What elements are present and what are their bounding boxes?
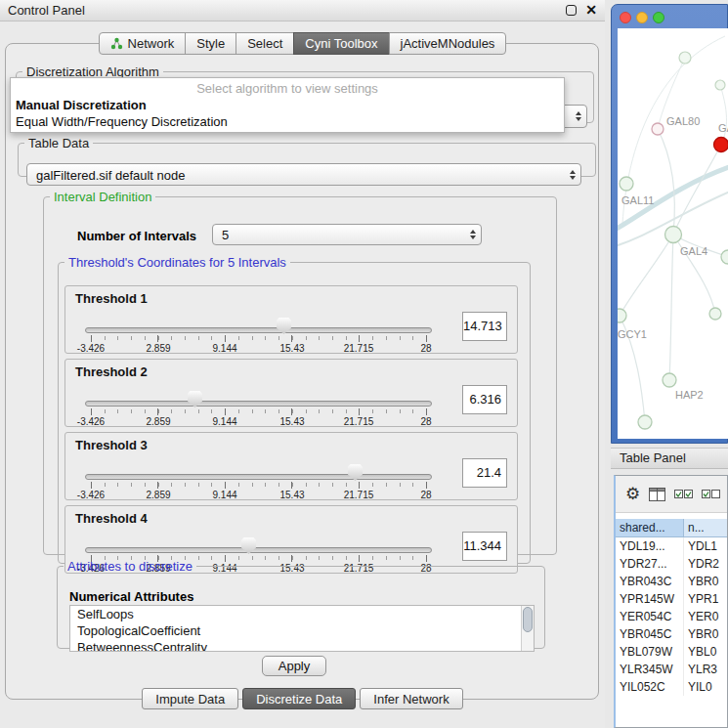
zoom-traffic-light-icon[interactable] <box>653 12 664 23</box>
slider-major-tick <box>91 482 92 489</box>
network-node-gal11[interactable] <box>620 177 633 191</box>
tab-jactivemnodules[interactable]: jActiveMNodules <box>389 32 507 55</box>
dropdown-option-manual-discretization[interactable]: Manual Discretization <box>11 97 564 113</box>
chevron-up-icon <box>470 230 476 234</box>
network-node[interactable] <box>638 415 652 429</box>
table-row[interactable]: YER054C YER0 <box>616 608 727 625</box>
threshold-1-slider[interactable]: -3.426 2.859 9.144 15.43 21.715 28 <box>85 321 437 353</box>
dropdown-hint: Select algorithm to view settings <box>11 78 564 97</box>
network-node-gal4[interactable] <box>665 227 682 243</box>
list-item[interactable]: SelfLoops <box>70 606 534 622</box>
deselect-checkboxes-icon[interactable] <box>702 490 720 499</box>
slider-major-tick <box>157 335 158 342</box>
table-cell[interactable]: YBL079W <box>616 643 684 661</box>
table-row[interactable]: YPR145W YPR1 <box>616 590 727 608</box>
tab-discretize-data[interactable]: Discretize Data <box>242 688 356 709</box>
column-header-shared[interactable]: shared... <box>616 519 684 536</box>
list-scrollbar[interactable] <box>521 606 534 651</box>
columns-icon[interactable] <box>649 488 665 501</box>
table-row[interactable]: YBR043C YBR0 <box>616 573 727 590</box>
network-node-gal80[interactable] <box>652 123 664 135</box>
tick-label: 2.859 <box>134 416 183 427</box>
network-node[interactable] <box>709 308 721 320</box>
network-node[interactable] <box>721 250 728 264</box>
tab-cyni-toolbox-label: Cyni Toolbox <box>305 36 377 51</box>
tab-infer-network[interactable]: Infer Network <box>360 688 462 709</box>
table-row[interactable]: YLR345W YLR3 <box>616 661 727 678</box>
stepper-icon[interactable] <box>576 111 581 121</box>
table-row[interactable]: YBL079W YBL0 <box>616 643 727 661</box>
table-cell[interactable]: YIL052C <box>616 678 684 696</box>
network-node[interactable] <box>679 52 691 64</box>
network-canvas[interactable]: GAL80 GA GAL11 GAL4 GCY1 HAP2 <box>618 28 728 439</box>
threshold-3-value[interactable]: 21.4 <box>462 458 507 488</box>
network-node[interactable] <box>715 80 725 90</box>
table-cell[interactable]: YPR1 <box>684 590 727 608</box>
table-panel-title: Table Panel <box>620 450 686 465</box>
tab-style[interactable]: Style <box>185 32 236 55</box>
table-row[interactable]: YDL19... YDL1 <box>616 537 727 555</box>
network-node-gcy1[interactable] <box>618 309 626 322</box>
threshold-4-value[interactable]: 11.344 <box>462 532 507 561</box>
slider-groove <box>85 401 432 407</box>
table-cell[interactable]: YIL0 <box>684 678 727 696</box>
dropdown-option-equal-width-frequency[interactable]: Equal Width/Frequency Discretization <box>11 113 564 130</box>
tab-select[interactable]: Select <box>236 32 294 55</box>
table-row[interactable]: YDR27... YDR2 <box>616 555 727 573</box>
threshold-3-slider[interactable]: -3.426 2.859 9.144 15.43 21.715 28 <box>85 468 437 499</box>
screen: Control Panel ✕ Network Style Select Cy <box>0 0 728 728</box>
scrollbar-thumb[interactable] <box>523 607 533 632</box>
network-node-selected-red[interactable] <box>714 138 728 152</box>
table-cell[interactable]: YBR045C <box>616 625 684 643</box>
table-cell[interactable]: YDL19... <box>616 537 684 555</box>
table-cell[interactable]: YDR2 <box>684 555 727 573</box>
table-cell[interactable]: YLR3 <box>684 661 727 678</box>
table-data-combobox[interactable]: galFiltered.sif default node <box>26 163 581 186</box>
table-cell[interactable]: YBR0 <box>684 625 727 643</box>
table-cell[interactable]: YBL0 <box>684 643 727 661</box>
network-node-hap2[interactable] <box>663 373 676 387</box>
stepper-icon[interactable] <box>470 230 476 239</box>
table-cell[interactable]: YER0 <box>684 608 727 625</box>
threshold-2-value[interactable]: 6.316 <box>462 385 507 414</box>
attributes-to-discretize-group: Attributes to discretize Numerical Attri… <box>57 559 545 649</box>
threshold-2-slider[interactable]: -3.426 2.859 9.144 15.43 21.715 28 <box>85 395 437 426</box>
list-item[interactable]: TopologicalCoefficient <box>70 622 534 639</box>
tick-label: 15.43 <box>268 416 317 427</box>
float-window-icon[interactable] <box>566 5 577 16</box>
close-traffic-light-icon[interactable] <box>620 12 631 23</box>
settings-gear-icon[interactable]: ⚙ <box>625 486 640 502</box>
stepper-icon[interactable] <box>570 170 576 180</box>
number-of-intervals-combobox[interactable]: 5 <box>212 224 482 245</box>
minimize-traffic-light-icon[interactable] <box>636 12 648 23</box>
table-cell[interactable]: YER054C <box>616 608 684 625</box>
node-label-gal11: GAL11 <box>621 194 654 206</box>
slider-major-tick <box>225 335 226 342</box>
slider-major-tick <box>359 482 360 489</box>
chevron-down-icon <box>576 117 581 121</box>
tick-label: 28 <box>402 416 450 427</box>
table-cell[interactable]: YLR345W <box>616 661 684 678</box>
tab-impute-data[interactable]: Impute Data <box>142 688 238 709</box>
table-cell[interactable]: YBR043C <box>616 573 684 590</box>
apply-button[interactable]: Apply <box>262 656 326 676</box>
table-cell[interactable]: YBR0 <box>684 573 727 590</box>
chevron-down-icon <box>570 176 576 180</box>
slider-minor-ticks <box>91 336 428 340</box>
number-of-intervals-label: Number of Intervals <box>77 229 196 243</box>
table-cell[interactable]: YDR27... <box>616 555 684 573</box>
table-cell[interactable]: YDL1 <box>684 537 727 555</box>
table-row[interactable]: YBR045C YBR0 <box>616 625 727 643</box>
threshold-1-value[interactable]: 14.713 <box>462 312 507 341</box>
list-item[interactable]: BetweennessCentrality <box>70 639 534 652</box>
select-all-checkboxes-icon[interactable] <box>674 490 693 499</box>
tab-cyni-toolbox[interactable]: Cyni Toolbox <box>293 32 389 55</box>
slider-major-tick <box>225 408 226 415</box>
close-window-icon[interactable]: ✕ <box>585 4 597 17</box>
tab-network[interactable]: Network <box>99 32 187 55</box>
attributes-group-label: Attributes to discretize <box>64 559 196 574</box>
table-row[interactable]: YIL052C YIL0 <box>616 678 727 696</box>
table-cell[interactable]: YPR145W <box>616 590 684 608</box>
column-header-name[interactable]: n... <box>684 519 727 536</box>
slider-minor-ticks <box>91 483 428 487</box>
